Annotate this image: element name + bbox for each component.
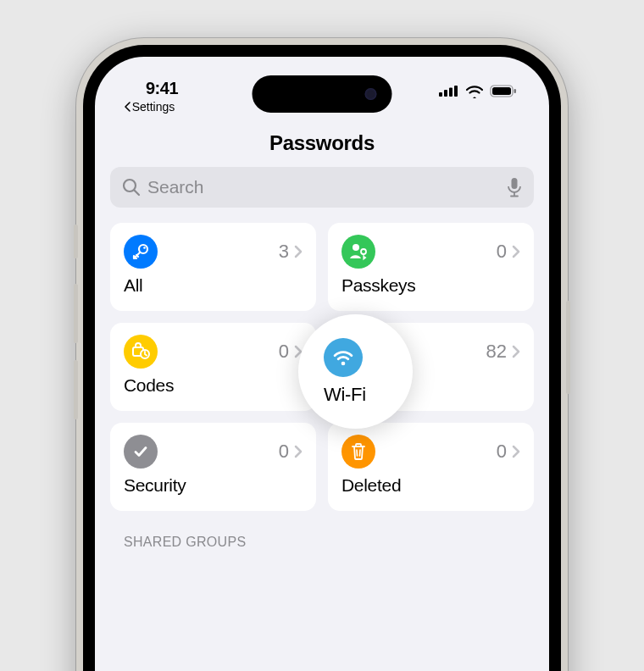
search-bar[interactable]: [110, 167, 534, 208]
tile-count: 0: [497, 241, 507, 263]
page-title: Passwords: [95, 116, 549, 167]
tile-count: 0: [497, 441, 507, 463]
chevron-right-icon: [294, 245, 303, 258]
tile-wifi[interactable]: 82 Wi-Fi: [328, 323, 534, 411]
chevron-right-icon: [512, 245, 520, 258]
svg-rect-3: [454, 86, 458, 97]
wifi-status-icon: [465, 85, 484, 98]
dynamic-island: [253, 75, 392, 113]
tile-label: All: [124, 275, 303, 296]
battery-icon: [490, 85, 517, 98]
search-input[interactable]: [147, 177, 500, 197]
tile-count: 0: [279, 341, 289, 363]
wifi-icon: [341, 335, 375, 369]
checkmark-icon: [124, 435, 158, 469]
tile-passkeys[interactable]: 0 Passkeys: [328, 223, 534, 311]
category-grid: 3 All 0: [95, 223, 549, 511]
chevron-right-icon: [512, 345, 520, 358]
back-to-settings-link[interactable]: Settings: [124, 100, 175, 114]
svg-point-13: [143, 247, 146, 249]
tile-deleted[interactable]: 0 Deleted: [328, 423, 534, 511]
power-button: [566, 301, 570, 394]
tile-label: Wi-Fi: [341, 375, 520, 396]
volume-down-button: [74, 360, 78, 419]
tile-security[interactable]: 0 Security: [110, 423, 316, 511]
tile-count: 3: [279, 241, 289, 263]
tile-label: Security: [124, 475, 303, 496]
svg-point-18: [357, 355, 360, 358]
shared-groups-header: SHARED GROUPS: [95, 511, 549, 550]
front-camera: [365, 88, 377, 100]
volume-up-button: [74, 284, 78, 343]
tile-all[interactable]: 3 All: [110, 223, 316, 311]
tile-codes[interactable]: 0 Codes: [110, 323, 316, 411]
phone-frame: 9:41 Settings: [76, 38, 568, 671]
chevron-right-icon: [294, 445, 303, 458]
back-label: Settings: [132, 100, 175, 114]
chevron-left-icon: [124, 102, 132, 112]
dictation-icon[interactable]: [507, 177, 522, 197]
svg-rect-5: [492, 87, 511, 95]
search-icon: [122, 178, 141, 197]
screen: 9:41 Settings: [95, 57, 549, 671]
status-time: 9:41: [146, 79, 178, 98]
tile-count: 0: [279, 441, 289, 463]
svg-rect-6: [514, 89, 517, 93]
tile-label: Passkeys: [341, 275, 520, 296]
svg-point-15: [361, 249, 366, 254]
side-button: [74, 225, 78, 258]
svg-line-8: [135, 191, 140, 196]
key-icon: [124, 235, 158, 269]
svg-rect-1: [444, 90, 447, 97]
chevron-right-icon: [512, 445, 520, 458]
svg-rect-0: [439, 92, 442, 97]
trash-icon: [341, 435, 375, 469]
tile-count: 82: [486, 341, 507, 363]
tile-label: Deleted: [341, 475, 520, 496]
tile-label: Codes: [124, 375, 303, 396]
svg-line-20: [360, 450, 361, 456]
svg-rect-2: [449, 88, 452, 97]
svg-point-14: [353, 244, 359, 251]
svg-rect-9: [512, 178, 518, 189]
svg-line-19: [357, 450, 358, 456]
chevron-right-icon: [294, 345, 303, 358]
cellular-signal-icon: [439, 86, 459, 97]
codes-icon: [124, 335, 158, 369]
passkey-icon: [341, 235, 375, 269]
